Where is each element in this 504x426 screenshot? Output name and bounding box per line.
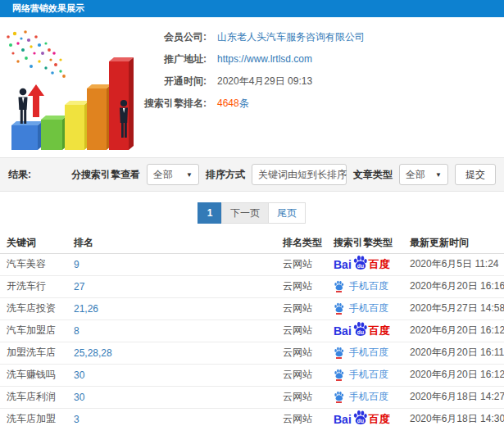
opened-time-row: 开通时间: 2020年4月29日 09:13 <box>0 75 504 88</box>
company-link[interactable]: 山东老人头汽车服务咨询有限公司 <box>217 30 365 44</box>
baidu-logo-name-text: 百度 <box>369 259 390 270</box>
engine-rank-value: 4648条 <box>217 97 249 111</box>
rank-type-cell: 云网站 <box>283 275 334 297</box>
table-row: 洗车店利润 30 云网站 手机百度 2020年6月18日 14:27 <box>0 386 504 408</box>
rank-link[interactable]: 30 <box>74 392 84 403</box>
chevron-down-icon: ▼ <box>435 171 442 179</box>
rank-link[interactable]: 9 <box>74 259 79 270</box>
search-engine-cell: Bai du 百度 <box>334 260 390 271</box>
opened-time-label: 开通时间: <box>0 75 207 88</box>
rank-link[interactable]: 3 <box>74 414 79 425</box>
account-info-section: 会员公司: 山东老人头汽车服务咨询有限公司 推广地址: https://www.… <box>0 17 504 157</box>
rank-type-cell: 云网站 <box>283 408 334 426</box>
search-engine-cell: Bai du 百度 <box>334 415 390 426</box>
updated-cell: 2020年6月20日 16:12 <box>410 320 504 342</box>
mobile-baidu-paw-icon <box>334 347 344 359</box>
baidu-logo: Bai du 百度 <box>334 256 390 272</box>
sort-filter-label: 排序方式 <box>206 168 245 182</box>
table-row: 加盟洗车店 25,28,28 云网站 手机百度 2020年6月20日 16:11 <box>0 342 504 364</box>
chevron-down-icon: ▼ <box>186 171 193 179</box>
engine-rank-count: 4648 <box>217 97 239 109</box>
search-engine-cell: 手机百度 <box>334 282 388 293</box>
type-filter-select[interactable]: 全部 ▼ <box>399 164 448 185</box>
baidu-logo-bai-text: Bai <box>334 259 352 270</box>
baidu-paw-icon: du <box>352 410 368 425</box>
filter-controls: 分搜索引擎查看 全部 ▼ 排序方式 关键词由短到长排序 ▼ 文章类型 全部 ▼ … <box>71 164 496 185</box>
keyword-cell: 汽车加盟店 <box>0 320 74 342</box>
keyword-cell: 开洗车行 <box>0 275 74 297</box>
col-header-rank: 排名 <box>74 233 283 253</box>
keyword-cell: 汽车美容 <box>0 253 74 275</box>
baidu-logo-name-text: 百度 <box>369 414 390 424</box>
keyword-cell: 洗车赚钱吗 <box>0 364 74 386</box>
rank-type-cell: 云网站 <box>283 253 334 275</box>
engine-filter-value: 全部 <box>153 168 173 182</box>
page-current[interactable]: 1 <box>198 202 222 224</box>
account-info-rows: 会员公司: 山东老人头汽车服务咨询有限公司 推广地址: https://www.… <box>0 30 504 119</box>
sort-filter-select[interactable]: 关键词由短到长排序 ▼ <box>252 164 347 185</box>
rank-link[interactable]: 21,26 <box>74 303 98 315</box>
mobile-baidu-paw-icon <box>334 369 344 381</box>
rank-type-cell: 云网站 <box>283 320 334 342</box>
table-row: 洗车店投资 21,26 云网站 手机百度 2020年5月27日 14:58 <box>0 297 504 320</box>
sort-filter-value: 关键词由短到长排序 <box>258 168 347 182</box>
rank-type-cell: 云网站 <box>283 342 334 364</box>
table-header-row: 关键词 排名 排名类型 搜索引擎类型 最新更新时间 <box>0 233 504 253</box>
promo-url-link[interactable]: https://www.lrtlsd.com <box>217 53 312 65</box>
search-engine-cell: 手机百度 <box>334 370 388 382</box>
mobile-baidu-paw-icon <box>334 280 344 292</box>
baidu-paw-icon: du <box>352 255 368 270</box>
table-row: 汽车加盟店 8 云网站 Bai du 百度 2020年6月20日 16:12 <box>0 320 504 342</box>
search-engine-cell: 手机百度 <box>334 392 388 404</box>
page-title: 网络营销效果展示 <box>12 2 84 15</box>
rank-type-cell: 云网站 <box>283 386 334 408</box>
engine-filter-select[interactable]: 全部 ▼ <box>147 164 199 185</box>
table-row: 洗车店加盟 3 云网站 Bai du 百度 2020年6月18日 14:30 <box>0 408 504 426</box>
promo-url-label: 推广地址: <box>0 52 207 66</box>
search-engine-cell: 手机百度 <box>334 348 388 360</box>
pagination: 1 下一页 尾页 <box>0 202 504 224</box>
mobile-baidu-logo: 手机百度 <box>334 391 388 403</box>
rank-link[interactable]: 27 <box>74 281 84 292</box>
keyword-cell: 洗车店加盟 <box>0 408 74 426</box>
rank-type-cell: 云网站 <box>283 297 334 320</box>
mobile-baidu-logo: 手机百度 <box>334 369 388 381</box>
page-header: 网络营销效果展示 <box>0 0 504 17</box>
baidu-paw-icon: du <box>352 321 368 337</box>
table-row: 汽车美容 9 云网站 Bai du 百度 2020年6月5日 11:24 <box>0 253 504 275</box>
baidu-logo-bai-text: Bai <box>334 414 352 425</box>
submit-button[interactable]: 提交 <box>455 164 496 185</box>
baidu-logo: Bai du 百度 <box>334 411 390 426</box>
page-next-button[interactable]: 下一页 <box>221 202 269 224</box>
keyword-cell: 洗车店利润 <box>0 386 74 408</box>
updated-cell: 2020年6月20日 16:16 <box>410 275 504 297</box>
col-header-updated: 最新更新时间 <box>410 233 504 253</box>
engine-filter-label: 分搜索引擎查看 <box>71 168 140 182</box>
keyword-cell: 洗车店投资 <box>0 297 74 320</box>
baidu-logo-bai-text: Bai <box>334 325 352 337</box>
updated-cell: 2020年6月18日 14:30 <box>410 408 504 426</box>
rank-link[interactable]: 25,28,28 <box>74 347 112 359</box>
rank-type-cell: 云网站 <box>283 364 334 386</box>
mobile-baidu-paw-icon <box>334 391 344 403</box>
mobile-baidu-label: 手机百度 <box>349 347 388 357</box>
rank-link[interactable]: 8 <box>74 325 79 337</box>
mobile-baidu-logo: 手机百度 <box>334 280 388 292</box>
company-row: 会员公司: 山东老人头汽车服务咨询有限公司 <box>0 30 504 43</box>
page-last-button[interactable]: 尾页 <box>268 202 306 224</box>
baidu-logo-name-text: 百度 <box>369 325 390 336</box>
rank-link[interactable]: 30 <box>74 369 84 381</box>
updated-cell: 2020年6月5日 11:24 <box>410 253 504 275</box>
search-engine-cell: 手机百度 <box>334 304 388 315</box>
mobile-baidu-label: 手机百度 <box>349 281 388 291</box>
mobile-baidu-label: 手机百度 <box>349 392 388 401</box>
engine-rank-unit: 条 <box>239 97 249 109</box>
filter-bar: 结果: 分搜索引擎查看 全部 ▼ 排序方式 关键词由短到长排序 ▼ 文章类型 全… <box>0 157 504 192</box>
mobile-baidu-logo: 手机百度 <box>334 302 388 315</box>
mobile-baidu-label: 手机百度 <box>349 369 388 379</box>
updated-cell: 2020年5月27日 14:58 <box>410 297 504 320</box>
search-engine-cell: Bai du 百度 <box>334 326 390 338</box>
type-filter-label: 文章类型 <box>353 168 393 182</box>
company-label: 会员公司: <box>0 30 207 44</box>
keyword-cell: 加盟洗车店 <box>0 342 74 364</box>
